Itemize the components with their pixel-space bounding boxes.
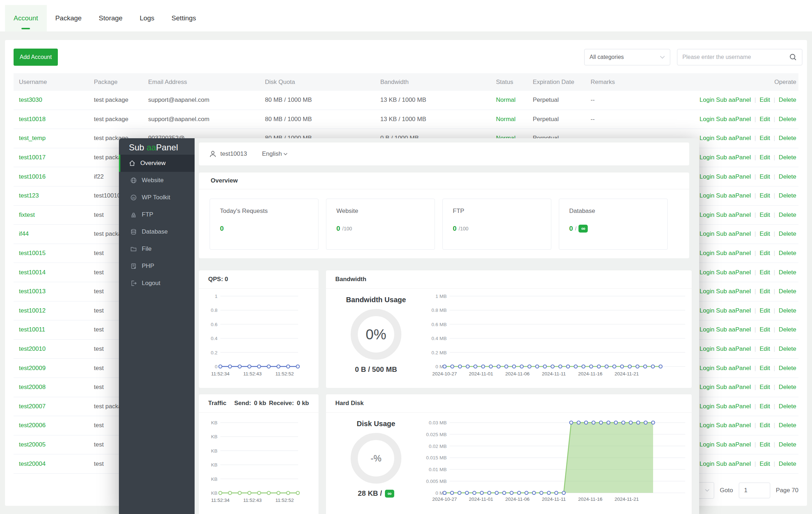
delete-link[interactable]: Delete — [779, 116, 796, 123]
username-link[interactable]: test20007 — [14, 403, 89, 410]
login-sub-aapanel-link[interactable]: Login Sub aaPanel — [700, 403, 751, 410]
username-link[interactable]: test20008 — [14, 384, 89, 391]
delete-link[interactable]: Delete — [779, 269, 796, 276]
delete-link[interactable]: Delete — [779, 135, 796, 142]
sidebar-item-php[interactable]: PHP — [119, 258, 195, 275]
edit-link[interactable]: Edit — [760, 365, 770, 372]
login-sub-aapanel-link[interactable]: Login Sub aaPanel — [700, 269, 751, 276]
delete-link[interactable]: Delete — [779, 384, 796, 391]
username-link[interactable]: test10017 — [14, 154, 89, 161]
username-link[interactable]: test10012 — [14, 307, 89, 314]
edit-link[interactable]: Edit — [760, 307, 770, 314]
username-link[interactable]: test10013 — [14, 288, 89, 295]
sidebar-item-overview[interactable]: Overview — [119, 155, 195, 172]
edit-link[interactable]: Edit — [760, 116, 770, 123]
edit-link[interactable]: Edit — [760, 441, 770, 448]
username-link[interactable]: if44 — [14, 230, 89, 238]
add-account-button[interactable]: Add Account — [14, 49, 58, 66]
tab-storage[interactable]: Storage — [90, 5, 131, 31]
edit-link[interactable]: Edit — [760, 250, 770, 257]
edit-link[interactable]: Edit — [760, 173, 770, 180]
delete-link[interactable]: Delete — [779, 211, 796, 219]
login-sub-aapanel-link[interactable]: Login Sub aaPanel — [700, 173, 751, 180]
username-link[interactable]: test10016 — [14, 173, 89, 180]
edit-link[interactable]: Edit — [760, 135, 770, 142]
username-link[interactable]: test3030 — [14, 96, 89, 104]
login-sub-aapanel-link[interactable]: Login Sub aaPanel — [700, 307, 751, 314]
tab-logs[interactable]: Logs — [131, 5, 163, 31]
category-select[interactable]: All categories — [584, 49, 670, 65]
username-link[interactable]: test_temp — [14, 135, 89, 142]
delete-link[interactable]: Delete — [779, 365, 796, 372]
login-sub-aapanel-link[interactable]: Login Sub aaPanel — [700, 460, 751, 468]
search-icon[interactable] — [789, 53, 797, 61]
edit-link[interactable]: Edit — [760, 403, 770, 410]
edit-link[interactable]: Edit — [760, 422, 770, 429]
username-link[interactable]: test10015 — [14, 250, 89, 257]
username-link[interactable]: test10014 — [14, 269, 89, 276]
edit-link[interactable]: Edit — [760, 288, 770, 295]
username-link[interactable]: test20004 — [14, 460, 89, 468]
login-sub-aapanel-link[interactable]: Login Sub aaPanel — [700, 250, 751, 257]
username-link[interactable]: test10011 — [14, 326, 89, 333]
sidebar-item-ftp[interactable]: FTP — [119, 206, 195, 223]
username-link[interactable]: test20010 — [14, 345, 89, 353]
login-sub-aapanel-link[interactable]: Login Sub aaPanel — [700, 384, 751, 391]
delete-link[interactable]: Delete — [779, 403, 796, 410]
username-link[interactable]: test10018 — [14, 116, 89, 123]
username-link[interactable]: test20005 — [14, 441, 89, 448]
search-input[interactable] — [682, 54, 789, 60]
tab-account[interactable]: Account — [5, 5, 47, 31]
login-sub-aapanel-link[interactable]: Login Sub aaPanel — [700, 422, 751, 429]
delete-link[interactable]: Delete — [779, 345, 796, 353]
delete-link[interactable]: Delete — [779, 250, 796, 257]
goto-page-input[interactable] — [739, 483, 770, 498]
username-link[interactable]: test20006 — [14, 422, 89, 429]
edit-link[interactable]: Edit — [760, 192, 770, 199]
edit-link[interactable]: Edit — [760, 460, 770, 468]
delete-link[interactable]: Delete — [779, 230, 796, 238]
delete-link[interactable]: Delete — [779, 288, 796, 295]
login-sub-aapanel-link[interactable]: Login Sub aaPanel — [700, 441, 751, 448]
login-sub-aapanel-link[interactable]: Login Sub aaPanel — [700, 135, 751, 142]
delete-link[interactable]: Delete — [779, 422, 796, 429]
edit-link[interactable]: Edit — [760, 211, 770, 219]
tab-package[interactable]: Package — [47, 5, 90, 31]
login-sub-aapanel-link[interactable]: Login Sub aaPanel — [700, 288, 751, 295]
sidebar-item-database[interactable]: Database — [119, 223, 195, 240]
username-link[interactable]: test20009 — [14, 365, 89, 372]
sidebar-item-wp-toolkit[interactable]: W WP Toolkit — [119, 189, 195, 206]
tab-settings[interactable]: Settings — [163, 5, 205, 31]
login-sub-aapanel-link[interactable]: Login Sub aaPanel — [700, 192, 751, 199]
username-link[interactable]: fixtest — [14, 211, 89, 219]
login-sub-aapanel-link[interactable]: Login Sub aaPanel — [700, 116, 751, 123]
login-sub-aapanel-link[interactable]: Login Sub aaPanel — [700, 345, 751, 353]
login-sub-aapanel-link[interactable]: Login Sub aaPanel — [700, 154, 751, 161]
login-sub-aapanel-link[interactable]: Login Sub aaPanel — [700, 230, 751, 238]
delete-link[interactable]: Delete — [779, 192, 796, 199]
sidebar-item-file[interactable]: File — [119, 240, 195, 258]
delete-link[interactable]: Delete — [779, 96, 796, 104]
edit-link[interactable]: Edit — [760, 326, 770, 333]
delete-link[interactable]: Delete — [779, 326, 796, 333]
edit-link[interactable]: Edit — [760, 154, 770, 161]
edit-link[interactable]: Edit — [760, 96, 770, 104]
sidebar-item-logout[interactable]: Logout — [119, 275, 195, 292]
sidebar-item-website[interactable]: Website — [119, 172, 195, 189]
edit-link[interactable]: Edit — [760, 384, 770, 391]
delete-link[interactable]: Delete — [779, 154, 796, 161]
login-sub-aapanel-link[interactable]: Login Sub aaPanel — [700, 211, 751, 219]
login-sub-aapanel-link[interactable]: Login Sub aaPanel — [700, 96, 751, 104]
delete-link[interactable]: Delete — [779, 173, 796, 180]
delete-link[interactable]: Delete — [779, 307, 796, 314]
language-select[interactable]: English — [262, 150, 288, 158]
username-link[interactable]: test123 — [14, 192, 89, 199]
operate-cell: Login Sub aaPanel | Edit | Delete — [700, 460, 798, 468]
delete-link[interactable]: Delete — [779, 441, 796, 448]
edit-link[interactable]: Edit — [760, 345, 770, 353]
login-sub-aapanel-link[interactable]: Login Sub aaPanel — [700, 326, 751, 333]
login-sub-aapanel-link[interactable]: Login Sub aaPanel — [700, 365, 751, 372]
delete-link[interactable]: Delete — [779, 460, 796, 468]
edit-link[interactable]: Edit — [760, 230, 770, 238]
edit-link[interactable]: Edit — [760, 269, 770, 276]
